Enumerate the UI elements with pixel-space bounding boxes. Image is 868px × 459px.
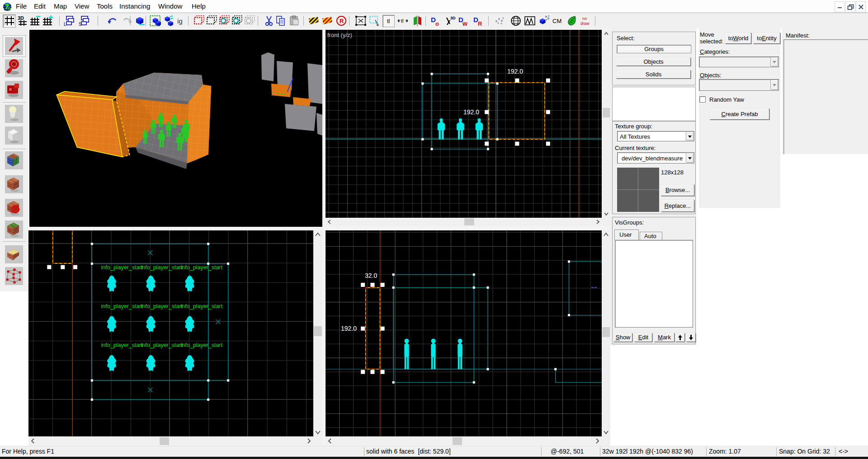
svg-text:info_player_start: info_player_start [181,342,223,348]
svg-text:3D: 3D [18,15,24,21]
svg-text:front (y/z): front (y/z) [327,32,352,38]
svg-text:R: R [340,18,344,24]
svg-text:192.0: 192.0 [341,325,357,332]
svg-text:info_player_start: info_player_start [181,303,223,309]
svg-text:32.0: 32.0 [365,272,377,279]
svg-text:192.0: 192.0 [463,108,479,116]
svg-text:info_player_start: info_player_start [181,264,223,271]
svg-text:ig: ig [177,17,183,25]
svg-text:info_player_start: info_player_start [141,342,183,348]
svg-text:info_player_start: info_player_start [101,342,143,348]
svg-text:info_player_start: info_player_start [101,303,143,309]
svg-text:w: w [462,20,467,27]
svg-text:CM: CM [552,18,561,24]
svg-text:3D: 3D [450,16,456,20]
svg-text:no: no [582,16,587,21]
svg-text:192.0: 192.0 [507,68,523,75]
svg-text:info_player_start: info_player_start [141,303,183,309]
svg-text:R: R [478,20,482,27]
svg-text:info_player_start: info_player_start [101,264,143,271]
svg-text:o: o [435,20,439,27]
svg-text:draw: draw [580,21,590,26]
svg-text:info_player_start: info_player_start [141,264,183,271]
svg-text:tl: tl [387,18,390,24]
svg-text:tl: tl [401,18,404,23]
